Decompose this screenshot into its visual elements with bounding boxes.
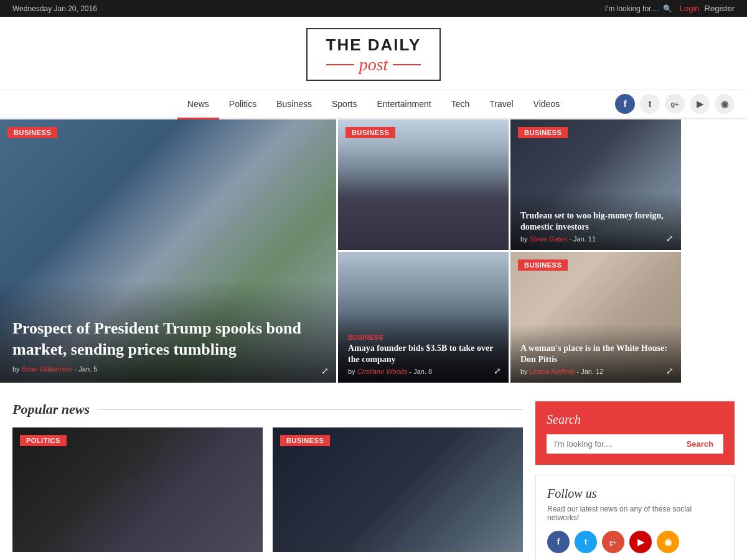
hero-mid-bottom-cat-label: Business	[348, 334, 499, 341]
nav-item-entertainment[interactable]: Entertainment	[367, 90, 441, 118]
hero-mid-bottom-date: Jan. 8	[413, 368, 432, 375]
hero-mid-bottom-article[interactable]: Business Amaya founder bids $3.5B to tak…	[338, 252, 509, 383]
nav-item-politics[interactable]: Politics	[219, 90, 266, 118]
follow-icons: f t g+ ▶ ◉	[547, 531, 723, 553]
nav-link-politics[interactable]: Politics	[219, 90, 266, 118]
popular-item-politics[interactable]: Politics	[12, 427, 263, 552]
hero-right-bottom-meta: by Leticia Neffedy - Jan. 12	[520, 368, 671, 375]
popular-business-image	[273, 427, 523, 552]
popular-business-badge: Business	[280, 435, 330, 446]
follow-description: Read our latest news on any of these soc…	[547, 505, 723, 522]
hero-mid-top-article[interactable]: Business	[338, 119, 509, 250]
nav-item-business[interactable]: Business	[266, 90, 322, 118]
auth-links: Login Register	[680, 4, 735, 13]
hero-mid-bottom-share-icon[interactable]: ⤢	[494, 366, 501, 376]
hero-right-bottom-category: Business	[518, 259, 568, 271]
hero-mid-bottom-caption: Business Amaya founder bids $3.5B to tak…	[338, 315, 509, 383]
hero-main-date: Jan. 5	[78, 365, 97, 373]
top-bar-right: I'm looking for.... 🔍 Login Register	[605, 4, 735, 13]
hero-right-bottom-article[interactable]: Business A woman's place is in the White…	[510, 252, 681, 383]
hero-right-bottom-caption: A woman's place is in the White House: D…	[510, 324, 681, 383]
content-left: Popular news Politics Business	[12, 401, 523, 560]
hero-right-top-article[interactable]: Business Trudeau set to woo big-money fo…	[510, 119, 681, 250]
search-widget: Search Search	[535, 401, 735, 465]
top-bar-search[interactable]: I'm looking for.... 🔍	[605, 4, 672, 13]
logo-bottom: post	[326, 55, 421, 75]
hero-right-top-title: Trudeau set to woo big-money foreign, do…	[520, 210, 671, 233]
logo-top: THE DAILY	[326, 35, 421, 55]
search-button[interactable]: Search	[677, 434, 723, 454]
nav-twitter-icon[interactable]: t	[640, 94, 660, 114]
search-icon[interactable]: 🔍	[663, 4, 672, 13]
hero-right-top-author: Steve Gates	[530, 235, 568, 243]
hero-right-bottom-author: Leticia Neffedy	[530, 368, 575, 375]
popular-politics-badge: Politics	[20, 435, 67, 446]
nav-item-videos[interactable]: Videos	[524, 90, 570, 118]
nav-link-travel[interactable]: Travel	[479, 90, 523, 118]
hero-main-article[interactable]: Business Prospect of President Trump spo…	[0, 119, 336, 383]
nav-rss-icon[interactable]: ◉	[715, 94, 735, 114]
hero-mid-bottom-author: Cristiano Woods	[357, 368, 408, 375]
hero-main-meta: by Brian Williamson - Jan. 5	[12, 365, 324, 373]
nav-item-travel[interactable]: Travel	[479, 90, 523, 118]
hero-right-bottom-share-icon[interactable]: ⤢	[666, 366, 674, 376]
sidebar: Search Search Follow us Read our latest …	[535, 401, 735, 560]
follow-youtube-icon[interactable]: ▶	[629, 531, 652, 553]
popular-grid: Politics Business	[12, 427, 523, 552]
search-text[interactable]: I'm looking for....	[605, 4, 659, 13]
nav-facebook-icon[interactable]: f	[615, 94, 635, 114]
nav-link-sports[interactable]: Sports	[322, 90, 367, 118]
follow-twitter-icon[interactable]: t	[575, 531, 597, 553]
search-input-row: Search	[547, 434, 723, 454]
nav-link-news[interactable]: News	[177, 90, 219, 118]
popular-item-business[interactable]: Business	[273, 427, 523, 552]
nav-link-entertainment[interactable]: Entertainment	[367, 90, 441, 118]
hero-mid-bottom-meta: by Cristiano Woods - Jan. 8	[348, 368, 499, 375]
nav-youtube-icon[interactable]: ▶	[690, 94, 710, 114]
popular-news-title: Popular news	[12, 401, 523, 418]
nav-link-business[interactable]: Business	[266, 90, 322, 118]
site-header: THE DAILY post	[0, 17, 747, 90]
hero-main-share-icon[interactable]: ⤢	[321, 366, 329, 376]
hero-right-top-share-icon[interactable]: ⤢	[666, 233, 674, 244]
hero-mid-top-category: Business	[345, 127, 395, 138]
hero-right-top-date: Jan. 11	[573, 235, 596, 243]
hero-mid-top-image	[338, 119, 509, 250]
hero-main-author: Brian Williamson	[22, 365, 73, 373]
follow-googleplus-icon[interactable]: g+	[602, 531, 624, 553]
login-link[interactable]: Login	[680, 4, 700, 13]
hero-right-top-caption: Trudeau set to woo big-money foreign, do…	[510, 192, 681, 250]
nav-link-videos[interactable]: Videos	[524, 90, 570, 118]
hero-main-title: Prospect of President Trump spooks bond …	[12, 318, 324, 360]
hero-right-bottom-title: A woman's place is in the White House: D…	[520, 343, 671, 365]
logo-italic: post	[359, 55, 388, 75]
hero-main-caption: Prospect of President Trump spooks bond …	[0, 281, 336, 383]
search-widget-title: Search	[547, 413, 723, 427]
date-label: Wednesday Jan.20, 2016	[12, 4, 97, 13]
follow-rss-icon[interactable]: ◉	[657, 531, 679, 553]
top-bar: Wednesday Jan.20, 2016 I'm looking for..…	[0, 0, 747, 17]
hero-right-top-meta: by Steve Gates - Jan. 11	[520, 235, 671, 243]
hero-right-top-category: Business	[518, 127, 568, 138]
nav-item-tech[interactable]: Tech	[441, 90, 480, 118]
logo-box[interactable]: THE DAILY post	[306, 28, 441, 81]
follow-facebook-icon[interactable]: f	[547, 531, 570, 553]
nav-item-news[interactable]: News	[177, 90, 219, 119]
hero-mid-bottom-title: Amaya founder bids $3.5B to take over th…	[348, 343, 499, 365]
register-link[interactable]: Register	[705, 4, 735, 13]
popular-politics-image	[12, 427, 263, 552]
main-nav: News Politics Business Sports Entertainm…	[0, 90, 747, 119]
nav-link-tech[interactable]: Tech	[441, 90, 480, 118]
nav-googleplus-icon[interactable]: g+	[665, 94, 685, 114]
hero-right-bottom-date: Jan. 12	[581, 368, 603, 375]
main-content: Popular news Politics Business Search Se…	[0, 383, 747, 560]
nav-social: f t g+ ▶ ◉	[615, 94, 735, 114]
hero-grid: Business Prospect of President Trump spo…	[0, 119, 747, 383]
nav-item-sports[interactable]: Sports	[322, 90, 367, 118]
follow-widget: Follow us Read our latest news on any of…	[535, 475, 735, 560]
search-input[interactable]	[547, 434, 677, 454]
follow-title: Follow us	[547, 487, 723, 501]
hero-main-category: Business	[7, 127, 57, 138]
